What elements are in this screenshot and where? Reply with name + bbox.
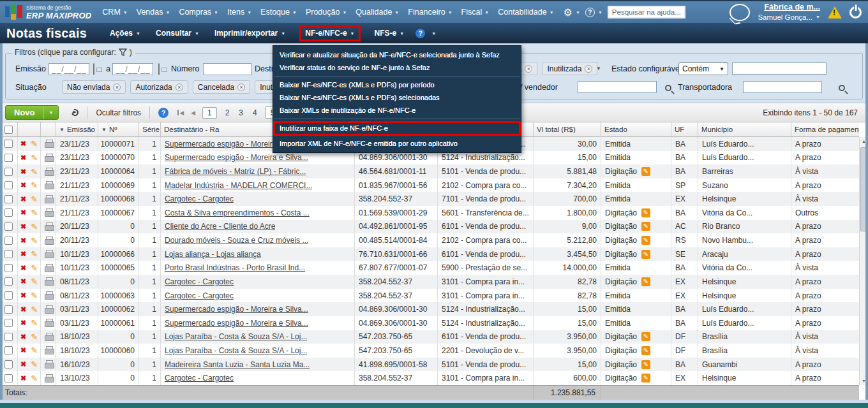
row-checkbox[interactable] — [4, 291, 13, 300]
page-number-2[interactable]: 2 — [224, 108, 231, 117]
edit-icon[interactable]: ✎ — [31, 305, 38, 314]
dropdown-item-verificar-e-atualizar-situa-o[interactable]: Verificar e atualizar situação da NF-e/N… — [273, 48, 521, 61]
delete-icon[interactable]: ✖ — [20, 250, 26, 258]
row-checkbox[interactable] — [4, 374, 13, 382]
header-numero[interactable]: ▼Nº — [98, 122, 139, 136]
edit-icon[interactable]: ✎ — [31, 167, 38, 177]
destinatario-link[interactable]: Supermercado espigão - Moreira e Silva..… — [165, 305, 308, 314]
user-menu[interactable]: Samuel Gonça...▼ — [758, 13, 820, 22]
refresh-icon[interactable] — [71, 108, 80, 117]
destinatario-link[interactable]: Supermercado espigão - Moreira e Silva..… — [165, 319, 308, 328]
row-checkbox[interactable] — [4, 154, 13, 162]
delete-icon[interactable]: ✖ — [20, 237, 26, 245]
destinatario-link[interactable]: Cliente do Acre - Cliente do Acre — [165, 222, 275, 231]
warning-icon[interactable]: ! — [828, 6, 842, 18]
delete-icon[interactable]: ✖ — [20, 360, 26, 368]
header-uf[interactable]: UF — [671, 122, 698, 136]
print-icon[interactable] — [45, 237, 52, 245]
edit-icon[interactable]: ✎ — [31, 180, 38, 190]
print-icon[interactable] — [45, 374, 52, 382]
delete-icon[interactable]: ✖ — [20, 264, 26, 272]
situacao-tag-n-o-enviada[interactable]: Não enviada× — [62, 80, 126, 94]
destinatario-link[interactable]: Cargotec - Cargotec — [165, 291, 234, 300]
destinatario-link[interactable]: Supermercado espigão - Moreira e Silva..… — [165, 153, 308, 162]
dropdown-item-baixar-xmls-de-inutiliza-o[interactable]: Baixar XMLs de inutilização de NF-e/NFC-… — [273, 104, 521, 117]
dropdown-item-baixar-nf-es-nfc-es[interactable]: Baixar NF-es/NFC-es (XMLs e PDFs) seleci… — [273, 91, 521, 104]
destinatario-link[interactable]: Fábrica de móveis - Matriz (LP) - Fábric… — [165, 167, 306, 176]
edit-icon[interactable]: ✎ — [31, 139, 38, 149]
print-icon[interactable] — [45, 250, 52, 258]
header-emissao[interactable]: ▼Emissão — [56, 122, 98, 136]
page-number-4[interactable]: 4 — [251, 108, 258, 117]
header-vl-total[interactable]: Vl total (R$) — [534, 122, 601, 136]
titlebar-menu-a-es[interactable]: Ações▼ — [108, 27, 142, 40]
edit-icon[interactable]: ✎ — [31, 291, 38, 300]
destinatario-link[interactable]: Lojas Paraíba - Costa & Souza S/A - Loj.… — [165, 332, 307, 341]
edit-icon[interactable]: ✎ — [31, 194, 38, 204]
print-icon[interactable] — [45, 264, 52, 272]
edit-icon[interactable]: ✎ — [31, 153, 38, 163]
situacao-tag-inutilizada[interactable]: Inutilizada× — [542, 62, 597, 75]
situacao-tag-cancelada[interactable]: Cancelada× — [193, 80, 250, 94]
app-logo[interactable]: Sistema de gestão ERP MAXIPROD — [0, 4, 98, 20]
page-number-1[interactable]: 1 — [202, 107, 217, 119]
prev-page-button[interactable]: ◀ — [191, 110, 195, 116]
row-checkbox[interactable] — [4, 181, 13, 189]
topbar-menu-itens[interactable]: Itens▼ — [227, 8, 251, 17]
delete-icon[interactable]: ✖ — [20, 154, 26, 162]
delete-icon[interactable]: ✖ — [20, 181, 26, 189]
help-caret-icon[interactable]: ▼ — [598, 10, 602, 15]
edit-icon[interactable]: ✎ — [31, 318, 38, 328]
edit-icon[interactable]: ✎ — [31, 346, 38, 355]
titlebar-menu-consultar[interactable]: Consultar▼ — [154, 27, 201, 40]
topbar-menu-crm[interactable]: CRM▼ — [102, 8, 127, 17]
print-icon[interactable] — [45, 154, 52, 162]
topbar-menu-vendas[interactable]: Vendas▼ — [137, 8, 170, 17]
dropdown-item-importar-xml-de-nf-e[interactable]: Importar XML de NF-e/NFC-e emitida por o… — [273, 137, 521, 150]
destinatario-link[interactable]: Porto Brasil Indústrias - Porto Brasil I… — [165, 263, 305, 272]
edit-icon[interactable]: ✎ — [31, 360, 38, 369]
dropdown-item-verificar-status-do-servi-o[interactable]: Verificar status do serviço de NF-e junt… — [273, 61, 521, 74]
row-checkbox[interactable] — [4, 305, 13, 314]
remove-tag-icon[interactable]: × — [585, 65, 592, 73]
remove-tag-icon[interactable]: × — [525, 65, 532, 73]
situacao-tag-autorizada[interactable]: Autorizada× — [130, 80, 188, 94]
edit-icon[interactable]: ✎ — [31, 249, 38, 259]
print-icon[interactable] — [45, 222, 52, 231]
edit-icon[interactable]: ✎ — [31, 277, 38, 286]
gear-icon[interactable]: ⚙ — [564, 6, 572, 18]
delete-icon[interactable]: ✖ — [20, 305, 26, 314]
novo-caret-icon[interactable]: ▼ — [43, 106, 59, 119]
topbar-menu-qualidade[interactable]: Qualidade▼ — [355, 8, 399, 17]
destinatario-link[interactable]: Cargotec - Cargotec — [165, 374, 234, 382]
delete-icon[interactable]: ✖ — [20, 333, 26, 341]
row-checkbox[interactable] — [4, 333, 13, 341]
row-checkbox[interactable] — [4, 250, 13, 258]
row-checkbox[interactable] — [4, 264, 13, 272]
edit-icon[interactable]: ✎ — [31, 208, 38, 217]
topbar-menu-contabilidade[interactable]: Contabilidade▼ — [498, 8, 553, 17]
estado-edit-icon[interactable]: ✎ — [641, 277, 650, 286]
first-page-button[interactable]: ◀ — [177, 110, 184, 116]
print-icon[interactable] — [45, 346, 52, 354]
row-checkbox[interactable] — [4, 208, 13, 217]
help-icon[interactable]: ? — [585, 8, 595, 17]
power-logout-icon[interactable] — [849, 6, 862, 18]
cliente-vendedor-input[interactable] — [578, 81, 657, 93]
remove-tag-icon[interactable]: × — [237, 84, 245, 91]
page-help-icon[interactable]: ? — [415, 29, 425, 38]
print-icon[interactable] — [45, 181, 52, 189]
print-icon[interactable] — [45, 360, 52, 368]
chat-bubble-icon[interactable] — [730, 4, 750, 21]
estado-edit-icon[interactable]: ✎ — [641, 208, 650, 217]
numero-input[interactable] — [203, 63, 251, 75]
print-icon[interactable] — [45, 195, 52, 203]
delete-icon[interactable]: ✖ — [20, 208, 26, 217]
emissao-to-input[interactable] — [112, 63, 153, 75]
destinatario-link[interactable]: Costa & Silva empreendimentos - Costa ..… — [165, 208, 310, 217]
destinatario-link[interactable]: Dourado móveis - Souza e Cruz móveis ... — [165, 236, 308, 245]
row-checkbox[interactable] — [4, 360, 13, 368]
novo-button[interactable]: Novo ▼ — [5, 105, 59, 120]
help-search-input[interactable] — [608, 6, 685, 18]
print-icon[interactable] — [45, 333, 52, 341]
